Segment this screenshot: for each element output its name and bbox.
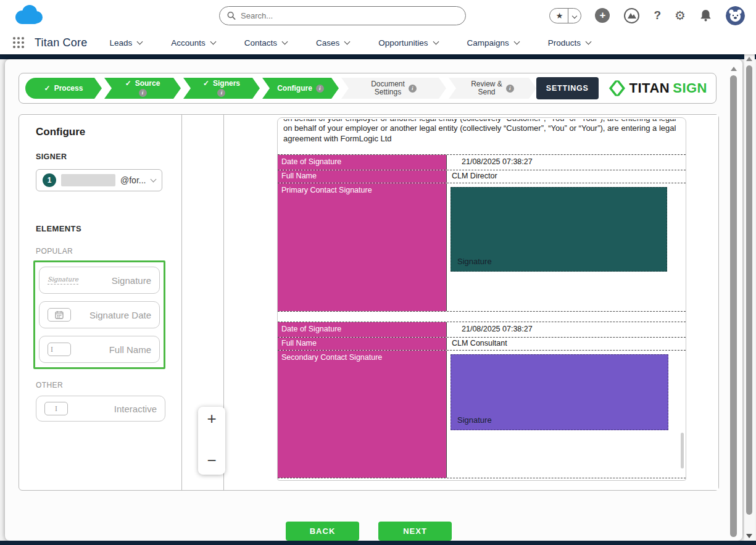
zoom-in-button[interactable]: +: [207, 410, 216, 426]
element-signature-date[interactable]: Signature Date: [39, 301, 160, 328]
chevron-down-icon[interactable]: [137, 38, 143, 44]
configure-workspace: Configure SIGNER 1 @for... ELEMENTS POPU…: [19, 114, 719, 491]
signature-scribble-icon: Signature: [48, 277, 78, 285]
scroll-up-arrow[interactable]: [731, 67, 737, 71]
back-button[interactable]: BACK: [286, 522, 359, 541]
info-icon[interactable]: i: [506, 85, 514, 93]
signer-email-fragment: @for...: [120, 175, 146, 185]
search-input[interactable]: [241, 11, 458, 20]
chevron-down-icon[interactable]: [210, 38, 216, 44]
element-signature[interactable]: Signature Signature: [39, 267, 160, 294]
nav-tabs: Leads Accounts Contacts Cases Opportunit…: [109, 38, 591, 48]
element-full-name[interactable]: I Full Name: [39, 336, 160, 363]
table-row: Date of Signature 21/08/2025 07:38:27: [278, 322, 686, 338]
global-header: ★ + ? ⚙: [0, 0, 756, 31]
document-scrollbar-thumb[interactable]: [681, 433, 684, 468]
table-row: Date of Signature 21/08/2025 07:38:27: [278, 154, 686, 170]
popular-label: POPULAR: [36, 247, 167, 256]
signer-fields-table-2: Date of Signature 21/08/2025 07:38:27 Fu…: [278, 322, 686, 478]
next-button[interactable]: NEXT: [378, 522, 452, 541]
signer-select[interactable]: 1 @for...: [36, 169, 162, 191]
info-icon[interactable]: i: [409, 85, 417, 93]
interactive-input-icon: I: [44, 402, 68, 415]
table-gap: [278, 312, 686, 322]
step-source[interactable]: ✓Source i: [104, 78, 181, 99]
table-row: Secondary Contact Signature Signature: [278, 351, 686, 478]
tab-accounts[interactable]: Accounts: [171, 38, 215, 48]
document-preview-area[interactable]: on behalf of your employer or another le…: [224, 115, 718, 490]
calendar-icon: [48, 308, 71, 322]
redacted-email: [61, 174, 115, 186]
table-row: Full Name CLM Consultant: [278, 338, 686, 351]
step-review-send[interactable]: Review &Send i: [449, 78, 536, 99]
element-interactive[interactable]: I Interactive: [36, 396, 165, 422]
favorites-caret[interactable]: [568, 9, 581, 23]
help-icon[interactable]: ?: [654, 9, 661, 22]
info-icon[interactable]: i: [316, 85, 324, 93]
star-icon[interactable]: ★: [550, 11, 568, 20]
step-process[interactable]: ✓Process: [25, 78, 102, 99]
secondary-signature-box[interactable]: Signature: [451, 354, 668, 430]
step-document-settings[interactable]: DocumentSettings i: [341, 78, 446, 99]
app-launcher-icon[interactable]: [12, 36, 25, 49]
text-input-icon: I: [48, 343, 71, 356]
chevron-down-icon[interactable]: [513, 38, 520, 44]
step-configure[interactable]: Configurei: [262, 78, 339, 99]
signer-number-badge: 1: [43, 173, 56, 187]
panel-scrollbar[interactable]: [729, 67, 737, 537]
clipped-text-line: on behalf of your employer or another le…: [283, 119, 680, 123]
tab-contacts[interactable]: Contacts: [244, 38, 287, 48]
primary-signature-box[interactable]: Signature: [451, 187, 667, 272]
titan-sign-logo: TITANSIGN: [609, 80, 707, 97]
page-scrollbar[interactable]: [744, 54, 755, 541]
setup-gear-icon[interactable]: ⚙: [675, 8, 686, 23]
zoom-controls: + −: [198, 407, 225, 475]
app-name: Titan Core: [35, 36, 87, 49]
scroll-up-arrow[interactable]: [746, 57, 752, 61]
intro-text-line-2: agreement with FormLogic Ltd: [283, 134, 680, 144]
zoom-out-button[interactable]: −: [207, 452, 216, 468]
global-search[interactable]: [219, 6, 466, 25]
salesforce-logo: [14, 4, 43, 27]
chevron-down-icon[interactable]: [282, 38, 288, 44]
notifications-bell-icon[interactable]: [699, 9, 712, 22]
tab-campaigns[interactable]: Campaigns: [467, 38, 519, 48]
backdrop-strip-top: [0, 54, 756, 59]
user-avatar[interactable]: [726, 6, 745, 25]
signer-section-label: SIGNER: [36, 152, 167, 161]
search-icon: [227, 11, 236, 20]
check-icon: ✓: [203, 80, 209, 88]
settings-button[interactable]: SETTINGS: [536, 77, 599, 99]
chevron-down-icon[interactable]: [433, 38, 439, 44]
signer-fields-table-1: Date of Signature 21/08/2025 07:38:27 Fu…: [278, 154, 686, 322]
step-signers[interactable]: ✓Signers i: [183, 78, 260, 99]
trailhead-icon[interactable]: [623, 7, 640, 24]
scroll-down-arrow[interactable]: [746, 534, 752, 538]
panel-title: Configure: [36, 126, 167, 138]
info-icon[interactable]: i: [217, 89, 225, 97]
favorites-button[interactable]: ★: [549, 8, 582, 23]
check-icon: ✓: [44, 84, 51, 93]
tab-opportunities[interactable]: Opportunities: [378, 38, 438, 48]
chevron-down-icon[interactable]: [586, 38, 592, 44]
tab-products[interactable]: Products: [548, 38, 591, 48]
tab-cases[interactable]: Cases: [316, 38, 349, 48]
table-row: Primary Contact Signature Signature: [278, 183, 686, 312]
titan-sign-panel: ✓Process ✓Source i ✓Signers i Configurei: [5, 59, 742, 541]
chevron-down-icon[interactable]: [344, 38, 351, 44]
titan-logo-icon: [609, 80, 625, 97]
document-page: on behalf of your employer or another le…: [277, 117, 686, 481]
configure-sidebar: Configure SIGNER 1 @for... ELEMENTS POPU…: [19, 115, 182, 490]
chevron-down-icon: [572, 14, 577, 19]
elements-section-label: ELEMENTS: [36, 224, 167, 233]
info-icon[interactable]: i: [139, 89, 147, 97]
tab-leads[interactable]: Leads: [109, 38, 142, 48]
global-actions-button[interactable]: +: [595, 8, 610, 23]
other-label: OTHER: [36, 381, 167, 389]
intro-text-line-1: on behalf of your employer or another le…: [283, 123, 680, 134]
scrollbar-thumb[interactable]: [730, 75, 737, 537]
check-icon: ✓: [125, 80, 131, 88]
chevron-down-icon: [151, 176, 157, 182]
popular-elements-group: Signature Signature Signature Date I Ful…: [33, 260, 165, 369]
scrollbar-thumb[interactable]: [746, 65, 752, 515]
